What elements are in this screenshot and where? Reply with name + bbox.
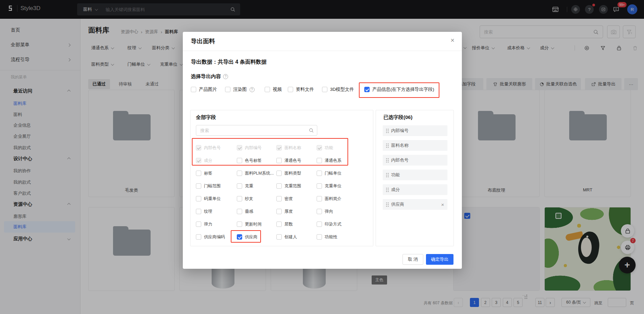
drag-handle-icon[interactable] bbox=[386, 202, 387, 203]
export-option[interactable]: 产品图片 bbox=[191, 85, 217, 93]
field-option[interactable]: 克重 bbox=[237, 183, 253, 189]
drag-handle-icon[interactable] bbox=[386, 129, 387, 130]
field-option[interactable]: 功能性 bbox=[317, 234, 337, 240]
field-option[interactable]: 面料名称 bbox=[276, 145, 301, 150]
drag-handle-icon[interactable] bbox=[386, 188, 387, 189]
search-icon[interactable] bbox=[309, 128, 314, 133]
checkbox-icon[interactable] bbox=[196, 196, 201, 201]
export-option-label: 产品图片 bbox=[199, 86, 217, 92]
field-option-label: 创建人 bbox=[284, 234, 297, 240]
checkbox-icon[interactable] bbox=[265, 87, 270, 92]
field-option[interactable]: 色号标签 bbox=[237, 158, 262, 163]
checkbox-checked-icon[interactable] bbox=[237, 234, 242, 240]
checkbox-icon[interactable] bbox=[276, 234, 282, 240]
checkbox-icon[interactable] bbox=[322, 87, 327, 92]
checkbox-icon[interactable] bbox=[237, 196, 242, 201]
export-option-label: 产品信息(在下方选择导出字段) bbox=[372, 86, 434, 92]
checkbox-icon[interactable] bbox=[196, 209, 201, 214]
selected-field-chip[interactable]: 内部色号 bbox=[383, 155, 447, 166]
selected-field-chip[interactable]: 功能 bbox=[383, 170, 447, 180]
checkbox-checked-icon[interactable] bbox=[364, 87, 370, 92]
field-option[interactable]: 面料简介 bbox=[317, 196, 341, 201]
checkbox-icon[interactable] bbox=[191, 87, 196, 92]
checkbox-icon[interactable] bbox=[317, 158, 322, 163]
field-option[interactable]: 纹理 bbox=[196, 209, 212, 214]
checkbox-icon[interactable] bbox=[237, 158, 242, 163]
field-option[interactable]: 垂感 bbox=[237, 209, 253, 214]
checkbox-icon[interactable] bbox=[276, 196, 282, 201]
field-option[interactable]: 标签 bbox=[196, 171, 212, 176]
checkbox-icon[interactable] bbox=[276, 209, 282, 214]
cancel-button[interactable]: 取 消 bbox=[402, 254, 423, 265]
field-option[interactable]: 潘通色系 bbox=[317, 158, 341, 163]
field-option[interactable]: 厚度 bbox=[276, 209, 293, 214]
field-option[interactable]: 功能 bbox=[317, 145, 333, 150]
field-search[interactable] bbox=[196, 125, 317, 136]
field-option[interactable]: 码重单位 bbox=[196, 196, 221, 201]
checkbox-icon[interactable] bbox=[288, 87, 293, 92]
field-option[interactable]: 潘通色号 bbox=[276, 158, 301, 163]
checkbox-icon[interactable] bbox=[276, 171, 282, 176]
field-option-label: 潘通色号 bbox=[284, 158, 301, 164]
checkbox-icon[interactable] bbox=[317, 209, 322, 214]
checkbox-icon[interactable] bbox=[276, 222, 282, 227]
confirm-export-button[interactable]: 确定导出 bbox=[426, 254, 453, 265]
field-option[interactable]: 面料类型 bbox=[276, 171, 301, 176]
field-option[interactable]: 更新时间 bbox=[237, 222, 262, 227]
field-option[interactable]: 创建人 bbox=[276, 234, 297, 240]
export-option[interactable]: 渲染图? bbox=[225, 85, 255, 93]
checkbox-icon[interactable] bbox=[196, 171, 201, 176]
selected-field-chip[interactable]: 供应商× bbox=[383, 199, 447, 210]
checkbox-icon[interactable] bbox=[237, 222, 242, 227]
field-option-label: 克重单位 bbox=[325, 183, 341, 189]
checkbox-icon[interactable] bbox=[317, 222, 322, 227]
export-option[interactable]: 视频 bbox=[265, 85, 282, 93]
field-option[interactable]: 克重范围 bbox=[276, 183, 301, 189]
field-option[interactable]: 门幅单位 bbox=[317, 171, 341, 176]
drag-handle-icon[interactable] bbox=[386, 143, 387, 144]
checkbox-icon[interactable] bbox=[276, 158, 282, 163]
field-option[interactable]: 弹力 bbox=[196, 222, 212, 227]
field-option[interactable]: 成分 bbox=[196, 158, 212, 163]
selected-field-chip[interactable]: 面料名称 bbox=[383, 140, 447, 151]
checkbox-icon[interactable] bbox=[196, 234, 201, 240]
field-option[interactable]: 供应商编码 bbox=[196, 234, 225, 240]
field-option[interactable]: 弹向 bbox=[317, 209, 333, 214]
remove-icon[interactable]: × bbox=[441, 202, 444, 207]
field-option[interactable]: 纱支 bbox=[237, 196, 253, 201]
selected-fields-panel: 已选字段(06) 内部编号面料名称内部色号功能成分供应商× bbox=[376, 110, 454, 246]
checkbox-icon[interactable] bbox=[237, 183, 242, 189]
checkbox-icon[interactable] bbox=[237, 171, 242, 176]
selected-field-chip[interactable]: 成分 bbox=[383, 184, 447, 195]
export-summary-value: 共导出 4 条面料数据 bbox=[218, 59, 267, 65]
checkbox-icon[interactable] bbox=[237, 209, 242, 214]
checkbox-icon[interactable] bbox=[317, 171, 322, 176]
checkbox-icon[interactable] bbox=[317, 234, 322, 240]
field-option[interactable]: 层数 bbox=[276, 222, 293, 227]
field-search-input[interactable] bbox=[196, 125, 317, 136]
field-option[interactable]: 克重单位 bbox=[317, 183, 341, 189]
field-option[interactable]: 面料PLM系统... bbox=[237, 171, 274, 176]
export-option[interactable]: 资料文件 bbox=[288, 85, 314, 93]
close-icon[interactable]: × bbox=[450, 37, 454, 44]
field-option[interactable]: 供应商 bbox=[237, 234, 258, 240]
checkbox-icon[interactable] bbox=[317, 183, 322, 189]
checkbox-icon[interactable] bbox=[317, 196, 322, 201]
drag-handle-icon[interactable] bbox=[386, 158, 387, 159]
field-option-label: 厚度 bbox=[284, 209, 293, 214]
drag-handle-icon[interactable] bbox=[386, 173, 387, 174]
checkbox-checked-icon bbox=[237, 145, 242, 150]
checkbox-icon[interactable] bbox=[196, 222, 201, 227]
field-option[interactable]: 密度 bbox=[276, 196, 293, 201]
checkbox-icon[interactable] bbox=[225, 87, 230, 92]
field-option[interactable]: 印染方式 bbox=[317, 222, 341, 227]
export-option[interactable]: 产品信息(在下方选择导出字段) bbox=[364, 85, 434, 93]
selected-field-chip[interactable]: 内部编号 bbox=[383, 125, 447, 136]
field-option[interactable]: 内部编号 bbox=[237, 145, 262, 150]
field-option[interactable]: 门幅范围 bbox=[196, 183, 221, 189]
checkbox-icon[interactable] bbox=[196, 183, 201, 189]
export-option[interactable]: 3D模型文件 bbox=[322, 85, 354, 93]
field-option[interactable]: 内部色号 bbox=[196, 145, 221, 150]
checkbox-icon[interactable] bbox=[276, 183, 282, 189]
field-option-label: 门幅范围 bbox=[204, 183, 221, 189]
